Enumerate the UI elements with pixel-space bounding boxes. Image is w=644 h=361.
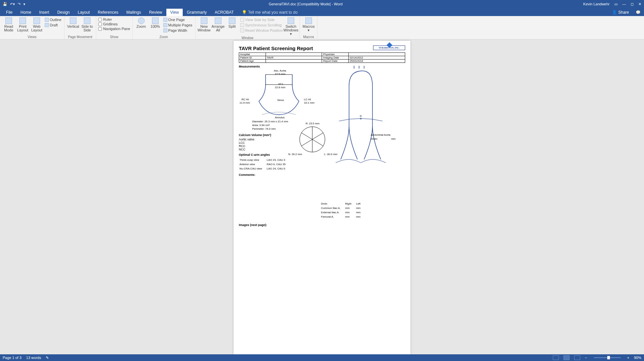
- page-width-button[interactable]: Page Width: [163, 28, 193, 33]
- zoom-icon: [138, 17, 145, 24]
- page-width-icon: [163, 28, 167, 32]
- switch-windows-button[interactable]: Switch Windows ▾: [284, 17, 298, 36]
- tab-layout[interactable]: Layout: [74, 9, 94, 16]
- tab-view[interactable]: View: [166, 9, 183, 16]
- tab-file[interactable]: File: [2, 9, 16, 16]
- one-page-icon: [163, 18, 167, 22]
- group-label: Page Movement: [66, 35, 94, 39]
- group-label: Views: [2, 35, 62, 39]
- group-macros: Macros ▾ Macros: [300, 16, 318, 39]
- ribbon-display-icon[interactable]: ▭: [614, 2, 618, 6]
- share-icon: 👤: [612, 10, 617, 15]
- tab-references[interactable]: References: [94, 9, 122, 16]
- group-page-movement: Vertical Side to Side Page Movement: [64, 16, 96, 39]
- tab-review[interactable]: Review: [145, 9, 166, 16]
- tab-insert[interactable]: Insert: [35, 9, 53, 16]
- outline-icon: [45, 18, 49, 22]
- multi-page-button[interactable]: Multiple Pages: [163, 23, 193, 27]
- save-icon[interactable]: 💾: [3, 2, 7, 6]
- tab-grammarly[interactable]: Grammarly: [183, 9, 210, 16]
- zoom-button[interactable]: Zoom: [135, 17, 148, 35]
- web-layout-icon: [33, 17, 40, 24]
- ribbon-panel: Read Mode Print Layout Web Layout Outlin…: [0, 16, 644, 39]
- user-name: Kevin Landwehr: [583, 2, 610, 6]
- group-label: Window: [197, 36, 298, 39]
- tell-me-search[interactable]: 💡 Tell me what you want to do: [238, 10, 302, 16]
- ruler-checkbox[interactable]: Ruler: [98, 17, 130, 21]
- side-to-side-icon: [84, 17, 91, 24]
- share-label: Share: [618, 10, 629, 15]
- new-window-button[interactable]: New Window: [197, 17, 211, 36]
- zoom-100-button[interactable]: 100%: [149, 17, 162, 35]
- group-label: Show: [98, 35, 130, 39]
- macros-button[interactable]: Macros ▾: [302, 17, 315, 35]
- sync-scroll-button: Synchronous Scrolling: [239, 23, 284, 27]
- one-page-button[interactable]: One Page: [163, 17, 193, 22]
- new-window-icon: [201, 17, 207, 24]
- split-icon: [229, 17, 235, 24]
- close-icon[interactable]: ✕: [638, 2, 641, 6]
- ribbon-tabs: File Home Insert Design Layout Reference…: [0, 8, 644, 16]
- tab-design[interactable]: Design: [53, 9, 73, 16]
- group-window: New Window Arrange All Split View Side b…: [195, 16, 300, 39]
- tab-home[interactable]: Home: [16, 9, 35, 16]
- group-show: Ruler Gridlines Navigation Pane Show: [96, 16, 133, 39]
- vertical-button[interactable]: Vertical: [66, 17, 80, 35]
- reset-window-button: Reset Window Position: [239, 28, 284, 33]
- comments-button[interactable]: 💬: [632, 9, 644, 16]
- tab-acrobat[interactable]: ACROBAT: [211, 9, 238, 16]
- outline-button[interactable]: Outline: [44, 17, 62, 22]
- read-mode-button[interactable]: Read Mode: [2, 17, 15, 35]
- switch-windows-icon: [288, 17, 294, 24]
- tab-mailings[interactable]: Mailings: [122, 9, 145, 16]
- tell-me-label: Tell me what you want to do: [248, 10, 298, 15]
- title-bar: 💾 ↶▾ ↷ ▾ GeneralTAVI.doc [Compatibility …: [0, 0, 644, 8]
- group-label: Macros: [302, 35, 315, 39]
- draft-icon: [45, 23, 49, 27]
- qat-customize-icon[interactable]: ▾: [23, 2, 25, 6]
- draft-button[interactable]: Draft: [44, 23, 62, 27]
- group-label: Zoom: [135, 35, 193, 39]
- zoom-100-icon: [152, 17, 159, 24]
- print-layout-button[interactable]: Print Layout: [16, 17, 29, 35]
- lightbulb-icon: 💡: [242, 10, 247, 15]
- arrange-all-button[interactable]: Arrange All: [211, 17, 225, 36]
- sync-scroll-icon: [240, 23, 244, 27]
- nav-pane-checkbox[interactable]: Navigation Pane: [98, 27, 130, 31]
- vertical-icon: [70, 17, 76, 24]
- share-button[interactable]: 👤 Share: [609, 9, 632, 16]
- undo-icon[interactable]: ↶▾: [10, 2, 15, 6]
- macros-icon: [305, 17, 312, 24]
- print-layout-icon: [19, 17, 26, 24]
- maximize-icon[interactable]: ◻: [631, 2, 634, 6]
- multi-page-icon: [163, 23, 167, 27]
- group-views: Read Mode Print Layout Web Layout Outlin…: [0, 16, 64, 39]
- window-title: GeneralTAVI.doc [Compatibility Mode] - W…: [28, 2, 583, 6]
- minimize-icon[interactable]: —: [622, 2, 626, 6]
- redo-icon[interactable]: ↷: [18, 2, 21, 6]
- group-zoom: Zoom 100% One Page Multiple Pages Page W…: [133, 16, 195, 39]
- read-mode-icon: [5, 17, 12, 24]
- split-button[interactable]: Split: [225, 17, 239, 36]
- reset-window-icon: [240, 28, 244, 32]
- view-side-by-side-button: View Side by Side: [239, 17, 284, 22]
- web-layout-button[interactable]: Web Layout: [30, 17, 43, 35]
- side-to-side-button[interactable]: Side to Side: [80, 17, 94, 35]
- side-by-side-icon: [240, 18, 244, 22]
- gridlines-checkbox[interactable]: Gridlines: [98, 22, 130, 26]
- arrange-all-icon: [215, 17, 221, 24]
